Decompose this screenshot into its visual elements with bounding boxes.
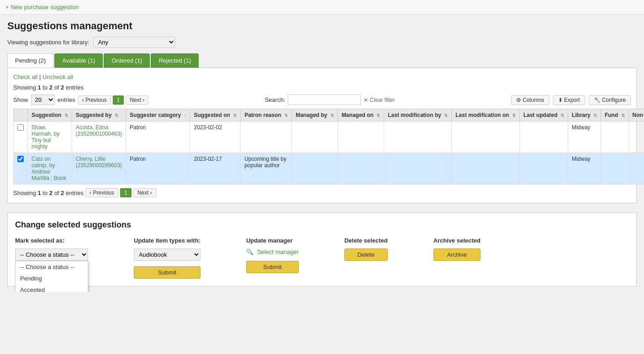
item-type-select[interactable]: Audiobook [134,248,201,261]
col-non-public-note[interactable]: Non-public note ⇅ [628,109,644,122]
row-2-reason: Upcoming title by popular author [241,153,292,185]
prev-btn-bottom[interactable]: ‹ Previous [85,188,118,197]
pagination-bottom: Showing 1 to 2 of 2 entries ‹ Previous 1… [13,188,631,197]
show-select[interactable]: 20 10 50 100 [31,95,55,105]
row-1-fund [601,122,628,153]
status-select[interactable]: -- Choose a status -- Pending Accepted C… [15,248,88,261]
tab-available[interactable]: Available (1) [54,53,103,68]
entries-label: entries [58,96,75,103]
row-2-checkbox[interactable] [17,156,24,162]
update-item-types-col: Update item types with: Audiobook Submit [134,237,201,279]
row-1-category: Patron [126,122,190,153]
showing-bottom: Showing 1 to 2 of 2 entries [13,190,84,196]
table-controls: Show 20 10 50 100 entries ‹ Previous 1 N… [13,95,631,105]
update-item-types-label: Update item types with: [134,237,201,244]
row-2-date: 2023-02-17 [190,153,241,185]
row-1-reason [241,122,292,153]
next-btn-bottom[interactable]: Next › [133,188,156,197]
table-row: Cats on catnip, by Andrew Martilla ; Boo… [14,153,644,185]
row-2-managed-on [338,153,384,185]
row-1-last-mod-by [384,122,452,153]
uncheck-all-link[interactable]: Uncheck all [42,74,73,80]
search-label: Search: [265,96,285,103]
page-1-btn-top[interactable]: 1 [113,95,124,105]
new-suggestion-link[interactable]: New purchase suggestion [5,4,79,11]
status-dropdown-wrapper: -- Choose a status -- Pending Accepted C… [15,248,88,261]
tab-ordered[interactable]: Ordered (1) [104,53,150,68]
col-managed-by[interactable]: Managed by ⇅ [292,109,338,122]
library-label: Viewing suggestions for library: [7,39,90,46]
col-last-mod-on[interactable]: Last modification on ⇅ [452,109,520,122]
row-2-fund [601,153,628,185]
status-dropdown-menu: -- Choose a status -- Pending Accepted C… [15,261,88,292]
row-2-managed-by [292,153,338,185]
row-2-note [628,153,644,185]
update-manager-col: Update manager 🔍 Select manager Submit [246,237,299,279]
row-2-suggestion[interactable]: Cats on catnip, by Andrew Martilla ; Boo… [32,156,66,181]
row-2-last-mod-by [384,153,452,185]
table-row: Shaw, Hannah, by Tiny but mighty Acosta,… [14,122,644,153]
archive-selected-label: Archive selected [433,237,480,244]
col-last-updated[interactable]: Last updated ⇅ [519,109,568,122]
pagination-top: ‹ Previous 1 Next › [78,95,149,105]
select-manager-link[interactable]: Select manager [257,248,299,255]
col-suggested-on[interactable]: Suggested on ⇅ [190,109,241,122]
mark-status-col: Mark selected as: -- Choose a status -- … [15,237,88,279]
check-links: Check all | Uncheck all [13,74,631,80]
prev-btn-top[interactable]: ‹ Previous [78,95,111,105]
suggestions-table: Suggestion ⇅ Suggested by ⇅ Suggester ca… [13,109,644,185]
tabs: Pending (2) Available (1) Ordered (1) Re… [7,53,637,68]
manager-submit-btn[interactable]: Submit [246,261,299,273]
delete-col: Delete selected Delete [344,237,388,279]
status-option-choose[interactable]: -- Choose a status -- [16,261,88,273]
archive-btn[interactable]: Archive [433,248,480,261]
row-2-category: Patron [126,153,190,185]
col-suggester-category[interactable]: Suggester category ↑ [126,109,190,122]
col-suggestion[interactable]: Suggestion ⇅ [28,109,72,122]
row-1-checkbox[interactable] [17,124,24,131]
col-patron-reason[interactable]: Patron reason ⇅ [241,109,292,122]
col-fund[interactable]: Fund ⇅ [601,109,628,122]
configure-btn[interactable]: 🔧 Configure [589,95,631,105]
row-1-managed-on [338,122,384,153]
next-btn-top[interactable]: Next › [126,95,148,105]
row-1-managed-by [292,122,338,153]
archive-col: Archive selected Archive [433,237,480,279]
update-manager-label: Update manager [246,237,299,244]
item-type-submit-btn[interactable]: Submit [134,266,201,279]
change-section: Change selected suggestions Mark selecte… [7,212,637,286]
showing-text: Showing 1 to 2 of 2 entries [13,84,631,91]
col-last-mod-by[interactable]: Last modification by ⇅ [384,109,452,122]
tab-rejected[interactable]: Rejected (1) [151,53,199,68]
row-1-patron[interactable]: Acosta, Edna(23529001000463) [76,124,122,137]
tab-pending[interactable]: Pending (2) [7,53,53,68]
col-managed-on[interactable]: Managed on ⇅ [338,109,384,122]
page-1-btn-bottom[interactable]: 1 [120,188,132,197]
row-1-note [628,122,644,153]
row-1-last-mod-on [452,122,520,153]
col-library[interactable]: Library ⇅ [568,109,601,122]
row-2-last-mod-on [452,153,520,185]
status-option-accepted[interactable]: Accepted [16,284,88,292]
mark-label: Mark selected as: [15,237,88,244]
status-option-pending[interactable]: Pending [16,273,88,284]
check-all-link[interactable]: Check all [13,74,37,80]
row-1-date: 2023-02-02 [190,122,241,153]
row-2-patron[interactable]: Cherry, Lillie(23529000299603) [76,156,122,169]
col-suggested-by[interactable]: Suggested by ⇅ [72,109,126,122]
search-input[interactable] [288,95,361,105]
row-1-library: Midway [568,122,601,153]
delete-btn[interactable]: Delete [344,248,388,261]
columns-btn[interactable]: ⚙ Columns [511,95,549,105]
delete-selected-label: Delete selected [344,237,388,244]
library-select[interactable]: Any [93,37,175,48]
row-1-last-updated [519,122,568,153]
row-2-library: Midway [568,153,601,185]
page-title: Suggestions management [7,20,637,32]
change-section-title: Change selected suggestions [15,220,629,230]
row-1-suggestion[interactable]: Shaw, Hannah, by Tiny but mighty [32,124,59,150]
export-btn[interactable]: ⬇ Export [553,95,585,105]
show-label: Show [13,96,28,103]
row-2-last-updated [519,153,568,185]
clear-filter[interactable]: ✕ Clear filter [364,97,395,103]
